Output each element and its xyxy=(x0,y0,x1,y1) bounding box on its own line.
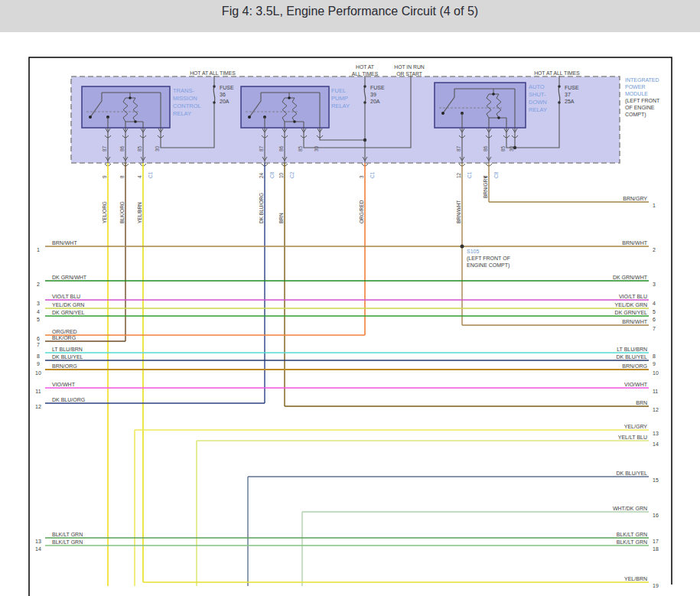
wire-color-label-left: BLK/ORG xyxy=(52,335,76,340)
row-number-left: 10 xyxy=(35,370,41,376)
row-number-left: 9 xyxy=(37,361,40,366)
relay-name: CONTROL xyxy=(173,103,201,109)
fuse-dot xyxy=(363,101,366,104)
terminal-label: 30 xyxy=(314,145,319,151)
module-name: MODULE xyxy=(625,91,648,96)
fuse-label: 20A xyxy=(220,99,230,104)
wiring-diagram: 87868530TRANS-MISSIONCONTROLRELAY8786853… xyxy=(0,0,700,596)
splice-dot xyxy=(461,245,464,249)
terminal-label: 87 xyxy=(102,145,107,151)
row-number-right: 2 xyxy=(653,247,656,252)
terminal-label: 87 xyxy=(456,145,461,151)
wire-color-label-left: DK BLU/ORG xyxy=(52,397,85,402)
wire-color-label: BLK/ORG xyxy=(119,201,125,223)
splice-name: S105 xyxy=(467,249,479,254)
row-number-right: 14 xyxy=(653,441,659,447)
pin-number: 9 xyxy=(102,175,107,178)
row-number-right: 6 xyxy=(653,317,656,322)
connector-label: C1 xyxy=(148,171,153,178)
relay-name: RELAY xyxy=(529,106,547,113)
wire-color-label: YEL/ORG xyxy=(102,201,107,223)
terminal-label: 86 xyxy=(278,145,284,151)
wire-color-label: DK BLU/ORG xyxy=(259,193,264,223)
wire-color-label-right: DK BLU/YEL xyxy=(617,471,648,476)
row-number-right: 7 xyxy=(653,326,656,331)
row-number-left: 7 xyxy=(37,342,40,347)
relay-name: MISSION xyxy=(173,95,197,102)
row-number-left: 11 xyxy=(35,389,41,394)
terminal-label: 30 xyxy=(155,145,160,151)
contact-dot xyxy=(89,116,92,119)
relay-name: AUTO xyxy=(529,83,545,90)
row-number-right: 4 xyxy=(653,301,656,306)
wire-color-label: YEL/BRN xyxy=(137,202,142,223)
row-number-right: 10 xyxy=(653,370,659,376)
fuse-label: FUSE xyxy=(565,85,579,90)
wire-color-label-left: DK GRN/WHT xyxy=(52,275,87,280)
wire-color-label-right: BRN xyxy=(636,400,647,405)
junction-dot xyxy=(492,93,495,96)
module-location: COMPT) xyxy=(625,112,646,118)
splice-location: ENGINE COMPT) xyxy=(467,262,510,269)
row-number-left: 14 xyxy=(35,546,41,552)
module-location: OF ENGINE xyxy=(625,105,655,110)
row-number-right: 5 xyxy=(653,309,656,314)
junction-dot xyxy=(293,120,296,123)
wire-color-label: BRN/WHT xyxy=(456,200,461,223)
power-feed-label: HOT AT ALL TIMES xyxy=(534,70,580,76)
wire-color-label: BRN xyxy=(278,213,284,223)
row-number-right: 11 xyxy=(653,389,658,394)
relay-name: FUEL xyxy=(331,87,346,94)
connector-label: C8 xyxy=(493,171,499,178)
connector-label: C8 xyxy=(269,171,275,178)
row-number-left: 8 xyxy=(37,353,40,359)
wire-color-label-right: DK GRN/YEL xyxy=(615,310,648,315)
relay-name: RELAY xyxy=(331,103,350,109)
row-number-right: 1 xyxy=(653,203,656,208)
relay-name: TRANS- xyxy=(173,87,194,94)
relay-name: SHUT- xyxy=(529,91,546,98)
row-number-left: 13 xyxy=(35,539,41,544)
row-number-left: 1 xyxy=(37,247,40,252)
wire-color-label-right: YEL/LT BLU xyxy=(618,435,647,440)
terminal-label: 85 xyxy=(500,145,506,151)
wire-color-label-left: VIO/LT BLU xyxy=(52,294,80,299)
terminal-label: 87 xyxy=(259,145,264,151)
fuse-label: FUSE xyxy=(370,85,385,90)
pin-number: 3 xyxy=(359,175,364,178)
connector-label: C2 xyxy=(289,171,295,178)
wire-color-label: ORG/RED xyxy=(359,200,364,223)
row-number-left: 3 xyxy=(37,301,40,306)
pin-number: 4 xyxy=(137,175,142,178)
fuse-dot xyxy=(213,101,216,104)
pin-number: 24 xyxy=(259,172,264,178)
row-number-left: 5 xyxy=(37,317,40,322)
power-feed-label: OR START xyxy=(396,71,422,77)
junction-dot xyxy=(497,116,500,119)
pin-number: 8 xyxy=(119,175,125,178)
splice-location: (LEFT FRONT OF xyxy=(467,256,510,262)
wire-color-label-right: BLK/LT GRN xyxy=(617,539,647,545)
fuse-label: 39 xyxy=(370,92,376,97)
junction-dot xyxy=(288,96,291,99)
fuse-label: 25A xyxy=(565,99,575,104)
junction-dot xyxy=(363,138,366,142)
row-number-right: 8 xyxy=(653,353,656,359)
connector-label: C1 xyxy=(467,171,472,178)
wire-color-label-right: VIO/WHT xyxy=(624,382,648,387)
wire-color-label-left: DK BLU/YEL xyxy=(52,354,83,360)
relay-name: DOWN xyxy=(529,99,547,106)
terminal-label: 85 xyxy=(137,145,142,151)
wire-color-label-right: BRN/GRY xyxy=(623,196,647,201)
wire-color-label-right: BRN/WHT xyxy=(622,240,647,246)
power-feed-label: HOT AT xyxy=(356,64,374,70)
wire-color-label-left: VIO/WHT xyxy=(52,382,76,387)
connector-label: C1 xyxy=(370,171,375,178)
wire-color-label-right: YEL/GRY xyxy=(624,424,648,429)
wire-color-label-left: DK GRN/YEL xyxy=(52,310,85,315)
module-name: POWER xyxy=(625,84,645,90)
row-number-right: 12 xyxy=(653,407,659,412)
fuse-dot xyxy=(363,85,366,88)
page: Fig 4: 3.5L, Engine Performance Circuit … xyxy=(0,0,700,596)
row-number-left: 6 xyxy=(37,336,40,341)
